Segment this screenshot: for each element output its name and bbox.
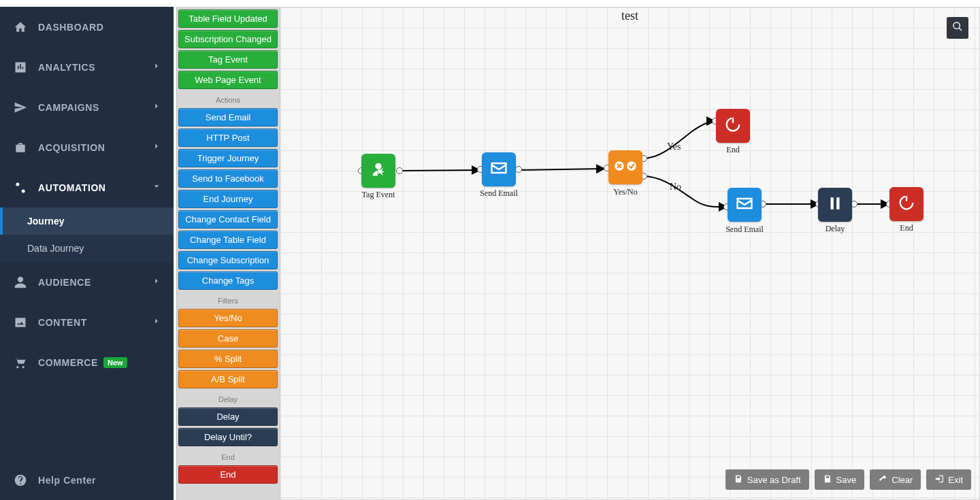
chevron-down-icon	[152, 182, 161, 193]
canvas-search-button[interactable]	[947, 17, 968, 39]
node-end-yes[interactable]	[716, 109, 750, 143]
send-icon	[12, 99, 29, 116]
nav-label: ACQUISITION	[38, 142, 105, 153]
node-label: Send Email	[707, 224, 782, 235]
palette-action-http-post[interactable]: HTTP Post	[178, 129, 278, 147]
nav-label: CAMPAIGNS	[38, 102, 99, 113]
chevron-right-icon	[152, 276, 161, 288]
palette-action-change-subscription[interactable]: Change Subscription	[178, 251, 278, 269]
node-label: Delay	[798, 224, 872, 234]
palette-filter-ab-split[interactable]: A/B Split	[178, 370, 278, 388]
node-send-email-2[interactable]	[728, 188, 762, 222]
nav-content[interactable]: CONTENT	[0, 302, 174, 342]
palette-action-end-journey[interactable]: End Journey	[178, 190, 278, 208]
node-delay[interactable]	[818, 188, 852, 222]
node-label: Send Email	[461, 188, 536, 199]
new-badge: New	[103, 357, 127, 368]
exit-button[interactable]: Exit	[926, 469, 971, 490]
palette-trigger-tag-event[interactable]: Tag Event	[178, 50, 278, 69]
chart-icon	[12, 59, 29, 76]
nav-label: AUTOMATION	[38, 182, 106, 193]
palette-delay-delay[interactable]: Delay	[178, 407, 278, 426]
svg-point-1	[627, 161, 636, 171]
nav-label: AUDIENCE	[38, 277, 91, 288]
palette-action-send-email[interactable]: Send Email	[178, 108, 278, 127]
node-label: Tag Event	[341, 190, 416, 200]
palette-trigger-web-page-event[interactable]: Web Page Event	[178, 71, 278, 89]
chevron-right-icon	[152, 61, 161, 73]
nav-sub-label: Data Journey	[27, 243, 84, 254]
eraser-icon	[878, 474, 887, 486]
exit-icon	[934, 474, 944, 486]
nav-campaigns[interactable]: CAMPAIGNS	[0, 87, 174, 127]
nav-sub-journey[interactable]: Journey	[0, 207, 174, 235]
palette-action-trigger-journey[interactable]: Trigger Journey	[178, 149, 278, 167]
briefcase-icon	[12, 139, 29, 156]
nav-label: Help Center	[38, 475, 96, 486]
chevron-right-icon	[152, 141, 161, 153]
home-icon	[12, 19, 29, 35]
palette-end-header: End	[177, 448, 279, 465]
palette-actions-header: Actions	[177, 91, 279, 108]
question-icon	[12, 472, 29, 488]
palette-delay-header: Delay	[177, 390, 279, 407]
nav-label: DASHBOARD	[38, 22, 103, 33]
palette-end[interactable]: End	[178, 465, 278, 484]
palette-delay-until[interactable]: Delay Until?	[178, 428, 278, 446]
node-label: Yes/No	[588, 187, 663, 197]
nav-acquisition[interactable]: ACQUISITION	[0, 127, 174, 167]
save-button[interactable]: Save	[815, 469, 865, 490]
canvas-action-bar: Save as Draft Save Clear Exit	[725, 469, 971, 490]
journey-canvas[interactable]: test Tag Event	[280, 7, 980, 500]
nav-label: ANALYTICS	[38, 62, 95, 73]
nav-sub-label: Journey	[27, 216, 64, 227]
flow-icon	[12, 180, 29, 196]
nav-dashboard[interactable]: DASHBOARD	[0, 7, 174, 47]
button-label: Clear	[892, 475, 913, 485]
node-tag-event[interactable]	[361, 154, 395, 188]
palette-filter-percent-split[interactable]: % Split	[178, 350, 278, 368]
search-icon	[952, 21, 963, 35]
node-palette: Table Field Updated Subscription Changed…	[176, 7, 280, 500]
node-yes-no[interactable]	[608, 150, 642, 184]
palette-trigger-subscription-changed[interactable]: Subscription Changed	[178, 30, 278, 48]
node-end-no[interactable]	[889, 187, 924, 221]
nav-analytics[interactable]: ANALYTICS	[0, 47, 174, 87]
save-icon	[823, 474, 832, 486]
user-icon	[12, 274, 29, 290]
palette-filter-case[interactable]: Case	[178, 329, 278, 348]
journey-title: test	[280, 9, 979, 23]
nav-audience[interactable]: AUDIENCE	[0, 262, 174, 302]
power-spin-icon	[723, 115, 742, 137]
palette-trigger-table-field-updated[interactable]: Table Field Updated	[178, 10, 278, 28]
mail-icon	[735, 194, 754, 216]
save-icon	[734, 474, 743, 486]
nav-label: COMMERCE	[38, 357, 98, 368]
node-label: End	[696, 145, 770, 155]
side-navigation: DASHBOARD ANALYTICS CAMPAIGNS ACQUISITIO…	[0, 7, 174, 500]
palette-action-change-contact-field[interactable]: Change Contact Field	[178, 210, 278, 229]
power-spin-icon	[897, 193, 916, 215]
nav-help-center[interactable]: Help Center	[0, 460, 174, 500]
palette-filter-yesno[interactable]: Yes/No	[178, 309, 278, 327]
yesno-icon	[613, 159, 638, 176]
button-label: Save as Draft	[747, 475, 801, 485]
palette-filters-header: Filters	[177, 292, 279, 309]
yes-label: Yes	[667, 141, 681, 152]
clear-button[interactable]: Clear	[870, 469, 921, 490]
palette-action-change-table-field[interactable]: Change Table Field	[178, 231, 278, 249]
save-as-draft-button[interactable]: Save as Draft	[725, 469, 809, 490]
nav-commerce[interactable]: COMMERCE New	[0, 342, 174, 382]
image-icon	[12, 314, 29, 331]
chevron-right-icon	[152, 316, 161, 328]
button-label: Exit	[948, 475, 963, 485]
tag-event-icon	[369, 160, 388, 182]
node-send-email-1[interactable]	[482, 152, 516, 186]
nav-sub-data-journey[interactable]: Data Journey	[0, 235, 174, 262]
palette-action-change-tags[interactable]: Change Tags	[178, 271, 278, 290]
nav-automation[interactable]: AUTOMATION	[0, 167, 174, 207]
palette-action-send-to-facebook[interactable]: Send to Facebook	[178, 169, 278, 188]
mail-icon	[489, 159, 508, 180]
no-label: No	[670, 182, 681, 193]
button-label: Save	[836, 475, 857, 485]
